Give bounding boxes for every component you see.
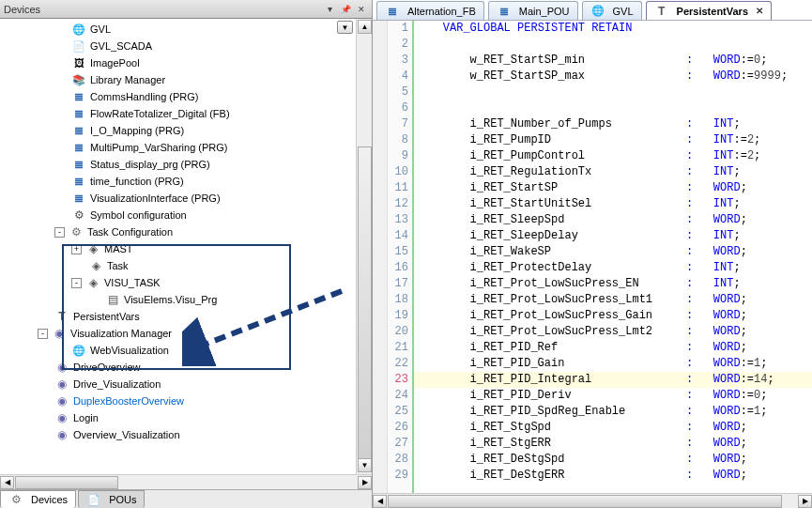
tree-item[interactable]: GVL <box>0 21 343 38</box>
editor-tab[interactable]: PersistentVars✕ <box>646 1 772 20</box>
code-line[interactable]: i_RET_PID_SpdReg_Enable : WORD:=1; <box>414 404 812 420</box>
code-line[interactable] <box>414 37 812 53</box>
line-number: 10 <box>388 164 408 180</box>
devices-body: ▼ GVLGVL_SCADAImagePoolLibrary ManagerCo… <box>0 19 372 474</box>
tree-item[interactable]: DuplexBoosterOverview <box>0 393 343 409</box>
tree-item[interactable]: Drive_Visualization <box>0 376 343 393</box>
code-line[interactable] <box>414 85 812 100</box>
code-line[interactable]: i_RET_Prot_LowSucPress_EN : INT; <box>414 276 812 292</box>
code-area[interactable]: VAR_GLOBAL PERSISTENT RETAIN w_RET_Start… <box>414 21 812 493</box>
code-line[interactable]: i_RET_PID_Integral : WORD:=14; <box>414 372 812 388</box>
pin-icon[interactable] <box>339 3 352 16</box>
code-line[interactable] <box>414 100 812 116</box>
code-line[interactable]: i_RET_RegulationTx : INT; <box>414 164 812 180</box>
scroll-up-button[interactable]: ▲ <box>358 20 372 34</box>
tree-item-label: Symbol configuration <box>90 209 187 221</box>
dropdown-icon[interactable]: ▾ <box>323 3 336 16</box>
tree-item[interactable]: Task <box>0 257 343 274</box>
code-line[interactable]: w_RET_StartSP_max : WORD:=9999; <box>414 69 812 85</box>
scroll-left-button[interactable]: ◀ <box>0 476 14 489</box>
code-line[interactable]: i_RET_DeStgERR : WORD; <box>414 468 812 484</box>
code-line[interactable]: w_RET_StartSP_min : WORD:=0; <box>414 53 812 69</box>
code-line[interactable]: i_RET_StartUnitSel : INT; <box>414 196 812 212</box>
line-number-gutter: 1234567891011121314151617181920212223242… <box>388 21 414 493</box>
code-line[interactable]: i_RET_PumpID : INT:=2; <box>414 132 812 148</box>
tree-item-label: VisualizationInterface (PRG) <box>90 192 221 204</box>
tree-item[interactable]: Login <box>0 409 343 426</box>
code-line[interactable]: i_RET_ProtectDelay : INT; <box>414 260 812 276</box>
collapse-toggle[interactable]: - <box>54 227 65 238</box>
line-number: 17 <box>388 276 408 292</box>
scroll-right-button[interactable]: ▶ <box>358 476 372 489</box>
tree-item[interactable]: Status_display_prg (PRG) <box>0 156 343 173</box>
close-icon[interactable] <box>355 3 368 16</box>
code-editor[interactable]: 1234567891011121314151617181920212223242… <box>373 21 812 493</box>
tree-item[interactable]: VisuElems.Visu_Prg <box>0 291 343 308</box>
tree-item[interactable]: FlowRateTotalizer_Digital (FB) <box>0 105 343 122</box>
scroll-right-button[interactable]: ▶ <box>798 495 812 508</box>
tree-item[interactable]: -VISU_TASK <box>0 274 343 291</box>
vis-icon <box>54 360 69 375</box>
editor-tab[interactable]: Main_POU <box>488 1 578 20</box>
tree-item-label: GVL <box>90 23 111 35</box>
code-line[interactable]: i_RET_WakeSP : WORD; <box>414 244 812 260</box>
scroll-h-thumb[interactable] <box>15 476 118 489</box>
collapse-toggle[interactable]: - <box>71 278 82 288</box>
tree-item[interactable]: MultiPump_VarSharing (PRG) <box>0 139 343 156</box>
tree-item[interactable]: CommsHandling (PRG) <box>0 88 343 105</box>
devices-horizontal-scrollbar[interactable]: ◀ ▶ <box>0 474 372 489</box>
vis-icon <box>52 326 67 341</box>
footer-tab-devices[interactable]: Devices <box>0 490 76 508</box>
tt-icon <box>654 4 669 19</box>
scroll-left-button[interactable]: ◀ <box>373 495 387 508</box>
tree-item[interactable]: +MAST <box>0 240 343 257</box>
editor-tab-label: Main_POU <box>519 6 570 17</box>
diamonds-icon <box>88 258 103 273</box>
code-line[interactable]: i_RET_StgERR : WORD; <box>414 436 812 452</box>
tree-item[interactable]: DriveOverview <box>0 359 343 376</box>
scroll-down-button[interactable]: ▼ <box>358 458 372 472</box>
tree-item[interactable]: Library Manager <box>0 71 343 88</box>
devices-tree[interactable]: GVLGVL_SCADAImagePoolLibrary ManagerComm… <box>0 19 343 474</box>
code-line[interactable]: i_RET_Number_of_Pumps : INT; <box>414 116 812 132</box>
tree-item[interactable]: -Visualization Manager <box>0 325 343 342</box>
editor-tab[interactable]: Alternation_FB <box>376 1 484 20</box>
editor-horizontal-scrollbar[interactable]: ◀ ▶ <box>373 493 812 508</box>
code-line[interactable]: i_RET_PID_Ref : WORD; <box>414 340 812 356</box>
code-line[interactable]: i_RET_DeStgSpd : WORD; <box>414 452 812 468</box>
st-icon <box>71 123 86 138</box>
code-line[interactable]: i_RET_PID_Gain : WORD:=1; <box>414 356 812 372</box>
code-line[interactable]: i_RET_SleepDelay : INT; <box>414 228 812 244</box>
close-tab-icon[interactable]: ✕ <box>756 6 763 16</box>
editor-tab[interactable]: GVL <box>582 1 642 20</box>
tree-item[interactable]: time_function (PRG) <box>0 173 343 190</box>
code-line[interactable]: i_RET_StartSP : WORD; <box>414 180 812 196</box>
code-line[interactable]: i_RET_SleepSpd : WORD; <box>414 212 812 228</box>
tree-item[interactable]: ImagePool <box>0 54 343 71</box>
doc-icon <box>86 492 101 507</box>
tree-item[interactable]: PersistentVars <box>0 308 343 325</box>
scroll-thumb[interactable] <box>358 146 372 466</box>
tree-item-label: Overview_Visualization <box>73 429 180 440</box>
code-line[interactable]: i_RET_Prot_LowSucPress_Lmt2 : WORD; <box>414 324 812 340</box>
tree-item-label: MAST <box>104 243 133 254</box>
scroll-h-thumb[interactable] <box>388 495 782 508</box>
tree-item[interactable]: I_O_Mapping (PRG) <box>0 122 343 139</box>
code-line[interactable]: i_RET_StgSpd : WORD; <box>414 420 812 436</box>
collapse-toggle[interactable]: - <box>38 329 48 339</box>
footer-tab-pous[interactable]: POUs <box>78 490 145 508</box>
code-line[interactable]: VAR_GLOBAL PERSISTENT RETAIN <box>414 21 812 37</box>
tree-item[interactable]: Symbol configuration <box>0 207 343 223</box>
tree-item[interactable]: WebVisualization <box>0 342 343 359</box>
expand-toggle[interactable]: + <box>71 244 82 254</box>
tree-item[interactable]: GVL_SCADA <box>0 38 343 54</box>
tree-item[interactable]: Overview_Visualization <box>0 426 343 443</box>
code-line[interactable]: i_RET_Prot_LowSucPress_Gain : WORD; <box>414 308 812 324</box>
tree-item-label: PersistentVars <box>73 311 140 322</box>
tree-item[interactable]: VisualizationInterface (PRG) <box>0 190 343 207</box>
code-line[interactable]: i_RET_Prot_LowSucPress_Lmt1 : WORD; <box>414 292 812 308</box>
code-line[interactable]: i_RET_PumpControl : INT:=2; <box>414 148 812 164</box>
tree-item[interactable]: -Task Configuration <box>0 223 343 240</box>
code-line[interactable]: i_RET_PID_Deriv : WORD:=0; <box>414 388 812 404</box>
vertical-scrollbar[interactable]: ▲ ▼ <box>356 19 372 474</box>
